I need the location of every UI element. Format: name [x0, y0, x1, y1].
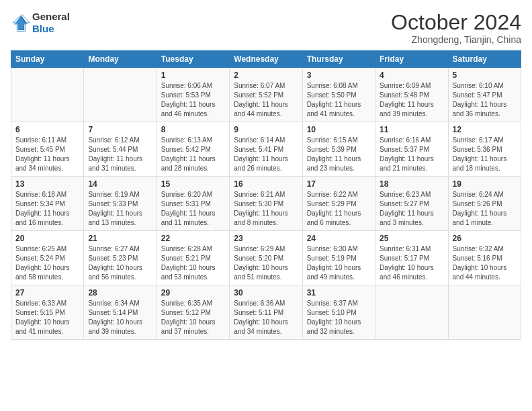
day-info: Sunrise: 6:12 AMSunset: 5:44 PMDaylight:…: [88, 136, 152, 173]
day-info: Sunrise: 6:31 AMSunset: 5:17 PMDaylight:…: [380, 244, 443, 282]
calendar-week-row: 20Sunrise: 6:25 AMSunset: 5:24 PMDayligh…: [11, 231, 521, 285]
calendar-cell: 12Sunrise: 6:17 AMSunset: 5:36 PMDayligh…: [448, 122, 521, 177]
day-header-saturday: Saturday: [448, 51, 521, 68]
calendar-cell: 5Sunrise: 6:10 AMSunset: 5:47 PMDaylight…: [448, 68, 521, 122]
day-number: 19: [453, 179, 517, 189]
day-info: Sunrise: 6:36 AMSunset: 5:11 PMDaylight:…: [234, 299, 298, 336]
day-number: 6: [15, 125, 79, 134]
calendar-cell: 10Sunrise: 6:15 AMSunset: 5:39 PMDayligh…: [302, 122, 375, 177]
day-header-wednesday: Wednesday: [230, 51, 302, 68]
calendar-title: October 2024: [391, 11, 521, 34]
calendar-cell: 14Sunrise: 6:19 AMSunset: 5:33 PMDayligh…: [84, 177, 157, 231]
day-info: Sunrise: 6:33 AMSunset: 5:15 PMDaylight:…: [15, 299, 79, 336]
day-number: 23: [234, 234, 298, 243]
day-number: 21: [88, 234, 152, 243]
day-info: Sunrise: 6:17 AMSunset: 5:36 PMDaylight:…: [453, 136, 517, 173]
day-info: Sunrise: 6:18 AMSunset: 5:34 PMDaylight:…: [15, 190, 79, 228]
day-info: Sunrise: 6:06 AMSunset: 5:53 PMDaylight:…: [161, 81, 225, 119]
day-number: 8: [161, 125, 225, 134]
day-number: 4: [380, 71, 443, 80]
day-number: 25: [380, 234, 443, 243]
day-info: Sunrise: 6:30 AMSunset: 5:19 PMDaylight:…: [307, 244, 371, 282]
day-number: 18: [380, 179, 443, 189]
calendar-cell: 28Sunrise: 6:34 AMSunset: 5:14 PMDayligh…: [84, 285, 157, 340]
day-info: Sunrise: 6:16 AMSunset: 5:37 PMDaylight:…: [380, 136, 443, 173]
logo-icon: [11, 13, 30, 32]
calendar-cell: 31Sunrise: 6:37 AMSunset: 5:10 PMDayligh…: [302, 285, 375, 340]
calendar-cell: 7Sunrise: 6:12 AMSunset: 5:44 PMDaylight…: [84, 122, 157, 177]
day-info: Sunrise: 6:35 AMSunset: 5:12 PMDaylight:…: [161, 299, 225, 336]
day-number: 31: [307, 288, 371, 298]
day-info: Sunrise: 6:23 AMSunset: 5:27 PMDaylight:…: [380, 190, 443, 228]
day-number: 24: [307, 234, 371, 243]
calendar-cell: 24Sunrise: 6:30 AMSunset: 5:19 PMDayligh…: [302, 231, 375, 285]
day-number: 17: [307, 179, 371, 189]
calendar-cell: 13Sunrise: 6:18 AMSunset: 5:34 PMDayligh…: [11, 177, 84, 231]
calendar-header-row: SundayMondayTuesdayWednesdayThursdayFrid…: [11, 51, 521, 68]
calendar-week-row: 13Sunrise: 6:18 AMSunset: 5:34 PMDayligh…: [11, 177, 521, 231]
day-info: Sunrise: 6:08 AMSunset: 5:50 PMDaylight:…: [307, 81, 371, 119]
day-number: 13: [15, 179, 79, 189]
day-info: Sunrise: 6:25 AMSunset: 5:24 PMDaylight:…: [15, 244, 79, 282]
day-number: 30: [234, 288, 298, 298]
calendar-cell: [11, 68, 84, 122]
calendar-cell: [448, 285, 521, 340]
day-number: 26: [453, 234, 517, 243]
page-header: General Blue October 2024 Zhongdeng, Tia…: [11, 11, 521, 45]
day-header-friday: Friday: [375, 51, 448, 68]
calendar-cell: 11Sunrise: 6:16 AMSunset: 5:37 PMDayligh…: [375, 122, 448, 177]
day-info: Sunrise: 6:07 AMSunset: 5:52 PMDaylight:…: [234, 81, 298, 119]
day-number: 9: [234, 125, 298, 134]
day-number: 20: [15, 234, 79, 243]
day-number: 16: [234, 179, 298, 189]
day-header-thursday: Thursday: [302, 51, 375, 68]
calendar-cell: 3Sunrise: 6:08 AMSunset: 5:50 PMDaylight…: [302, 68, 375, 122]
day-info: Sunrise: 6:15 AMSunset: 5:39 PMDaylight:…: [307, 136, 371, 173]
calendar-cell: [375, 285, 448, 340]
day-number: 7: [88, 125, 152, 134]
calendar-week-row: 1Sunrise: 6:06 AMSunset: 5:53 PMDaylight…: [11, 68, 521, 122]
logo: General Blue: [11, 11, 70, 35]
day-info: Sunrise: 6:22 AMSunset: 5:29 PMDaylight:…: [307, 190, 371, 228]
day-header-monday: Monday: [84, 51, 157, 68]
day-number: 12: [453, 125, 517, 134]
day-info: Sunrise: 6:19 AMSunset: 5:33 PMDaylight:…: [88, 190, 152, 228]
title-block: October 2024 Zhongdeng, Tianjin, China: [391, 11, 521, 45]
calendar-cell: 19Sunrise: 6:24 AMSunset: 5:26 PMDayligh…: [448, 177, 521, 231]
day-info: Sunrise: 6:11 AMSunset: 5:45 PMDaylight:…: [15, 136, 79, 173]
day-number: 11: [380, 125, 443, 134]
calendar-location: Zhongdeng, Tianjin, China: [391, 34, 521, 45]
day-number: 29: [161, 288, 225, 298]
day-info: Sunrise: 6:21 AMSunset: 5:30 PMDaylight:…: [234, 190, 298, 228]
calendar-cell: 4Sunrise: 6:09 AMSunset: 5:48 PMDaylight…: [375, 68, 448, 122]
day-info: Sunrise: 6:37 AMSunset: 5:10 PMDaylight:…: [307, 299, 371, 336]
calendar-cell: 27Sunrise: 6:33 AMSunset: 5:15 PMDayligh…: [11, 285, 84, 340]
day-info: Sunrise: 6:29 AMSunset: 5:20 PMDaylight:…: [234, 244, 298, 282]
calendar-cell: 15Sunrise: 6:20 AMSunset: 5:31 PMDayligh…: [157, 177, 229, 231]
day-number: 5: [453, 71, 517, 80]
day-header-tuesday: Tuesday: [157, 51, 229, 68]
day-number: 22: [161, 234, 225, 243]
calendar-cell: 25Sunrise: 6:31 AMSunset: 5:17 PMDayligh…: [375, 231, 448, 285]
calendar-cell: 18Sunrise: 6:23 AMSunset: 5:27 PMDayligh…: [375, 177, 448, 231]
day-header-sunday: Sunday: [11, 51, 84, 68]
calendar-table: SundayMondayTuesdayWednesdayThursdayFrid…: [11, 50, 521, 340]
day-info: Sunrise: 6:10 AMSunset: 5:47 PMDaylight:…: [453, 81, 517, 119]
day-number: 15: [161, 179, 225, 189]
day-number: 2: [234, 71, 298, 80]
day-info: Sunrise: 6:09 AMSunset: 5:48 PMDaylight:…: [380, 81, 443, 119]
calendar-cell: 30Sunrise: 6:36 AMSunset: 5:11 PMDayligh…: [230, 285, 302, 340]
day-info: Sunrise: 6:28 AMSunset: 5:21 PMDaylight:…: [161, 244, 225, 282]
day-number: 1: [161, 71, 225, 80]
day-info: Sunrise: 6:27 AMSunset: 5:23 PMDaylight:…: [88, 244, 152, 282]
day-number: 28: [88, 288, 152, 298]
calendar-cell: 17Sunrise: 6:22 AMSunset: 5:29 PMDayligh…: [302, 177, 375, 231]
calendar-cell: 2Sunrise: 6:07 AMSunset: 5:52 PMDaylight…: [230, 68, 302, 122]
day-info: Sunrise: 6:34 AMSunset: 5:14 PMDaylight:…: [88, 299, 152, 336]
calendar-week-row: 27Sunrise: 6:33 AMSunset: 5:15 PMDayligh…: [11, 285, 521, 340]
day-number: 27: [15, 288, 79, 298]
day-info: Sunrise: 6:24 AMSunset: 5:26 PMDaylight:…: [453, 190, 517, 228]
calendar-cell: 9Sunrise: 6:14 AMSunset: 5:41 PMDaylight…: [230, 122, 302, 177]
day-number: 3: [307, 71, 371, 80]
calendar-cell: [84, 68, 157, 122]
